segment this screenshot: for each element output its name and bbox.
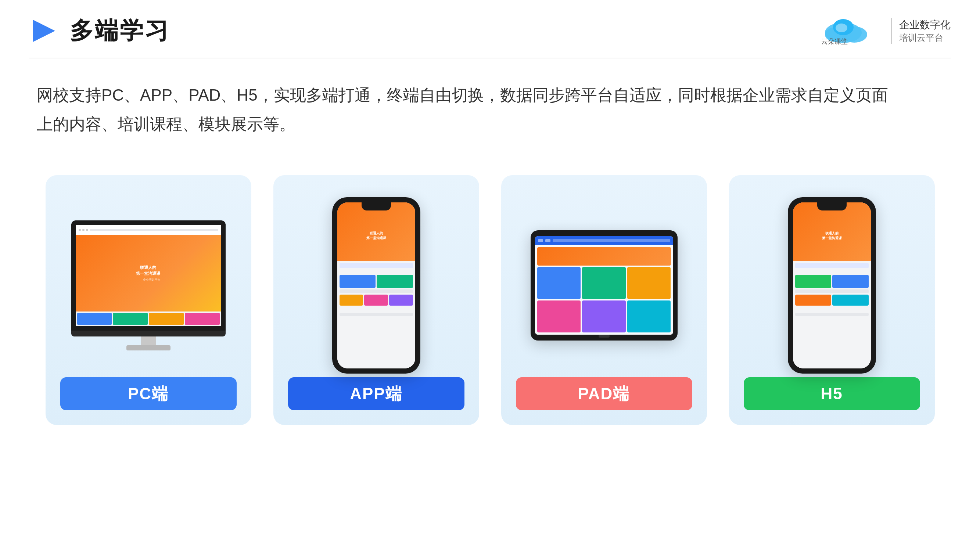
- app-device-area: 联通人的第一堂沟通课: [288, 194, 465, 377]
- description-line2: 上的内容、培训课程、模块展示等。: [37, 110, 943, 138]
- app-phone-mockup: 联通人的第一堂沟通课: [332, 197, 420, 373]
- logo-divider: [891, 18, 892, 44]
- play-icon: [29, 16, 59, 46]
- card-app: 联通人的第一堂沟通课: [274, 175, 479, 425]
- logo-tagline-line2: 培训云平台: [899, 32, 943, 44]
- pc-monitor: 联通人的第一堂沟通课 —— 企业培训平台: [71, 221, 226, 351]
- pc-device-area: 联通人的第一堂沟通课 —— 企业培训平台: [60, 194, 237, 377]
- pad-label: PAD端: [516, 377, 692, 410]
- logo-tagline: 企业数字化 培训云平台: [899, 18, 951, 44]
- h5-phone-mockup: 联通人的第一堂沟通课: [788, 197, 876, 373]
- app-label: APP端: [288, 377, 465, 410]
- monitor-frame: 联通人的第一堂沟通课 —— 企业培训平台: [71, 221, 226, 330]
- monitor-stand-base: [126, 345, 170, 351]
- description-text: 网校支持PC、APP、PAD、H5，实现多端打通，终端自由切换，数据同步跨平台自…: [37, 81, 943, 138]
- pad-device-area: [516, 194, 692, 377]
- header-left: 多端学习: [29, 15, 170, 47]
- description-line1: 网校支持PC、APP、PAD、H5，实现多端打通，终端自由切换，数据同步跨平台自…: [37, 81, 943, 110]
- monitor-bottom-edge: [71, 330, 226, 337]
- tablet-screen: [535, 236, 673, 335]
- header-divider: [29, 58, 951, 59]
- page-title: 多端学习: [70, 15, 170, 47]
- phone-notch: [361, 202, 391, 211]
- cards-container: 联通人的第一堂沟通课 —— 企业培训平台: [37, 175, 943, 425]
- svg-text:云朵课堂: 云朵课堂: [821, 38, 848, 45]
- logo-tagline-line1: 企业数字化: [899, 18, 951, 32]
- h5-label: H5: [744, 377, 920, 410]
- card-h5: 联通人的第一堂沟通课: [729, 175, 935, 425]
- monitor-stand-neck: [141, 337, 156, 345]
- logo-area: 云朵课堂 yunduoketang.com 企业数字化 培训云平台: [818, 16, 951, 46]
- card-pc: 联通人的第一堂沟通课 —— 企业培训平台: [46, 175, 251, 425]
- svg-point-5: [835, 24, 847, 32]
- monitor-screen: 联通人的第一堂沟通课 —— 企业培训平台: [76, 225, 221, 326]
- pc-label: PC端: [60, 377, 237, 410]
- svg-marker-0: [33, 20, 55, 42]
- h5-device-area: 联通人的第一堂沟通课: [744, 194, 920, 377]
- tablet-mockup: [531, 230, 678, 340]
- card-pad: PAD端: [501, 175, 707, 425]
- cloud-logo-icon: 云朵课堂 yunduoketang.com: [818, 16, 884, 46]
- header: 多端学习 云朵课堂 yunduoketang.com 企业数字化 培训云平台: [0, 0, 980, 47]
- h5-phone-screen: 联通人的第一堂沟通课: [793, 202, 871, 368]
- tablet-home-btn: [598, 335, 609, 338]
- phone-screen: 联通人的第一堂沟通课: [337, 202, 415, 368]
- h5-phone-notch: [817, 202, 846, 211]
